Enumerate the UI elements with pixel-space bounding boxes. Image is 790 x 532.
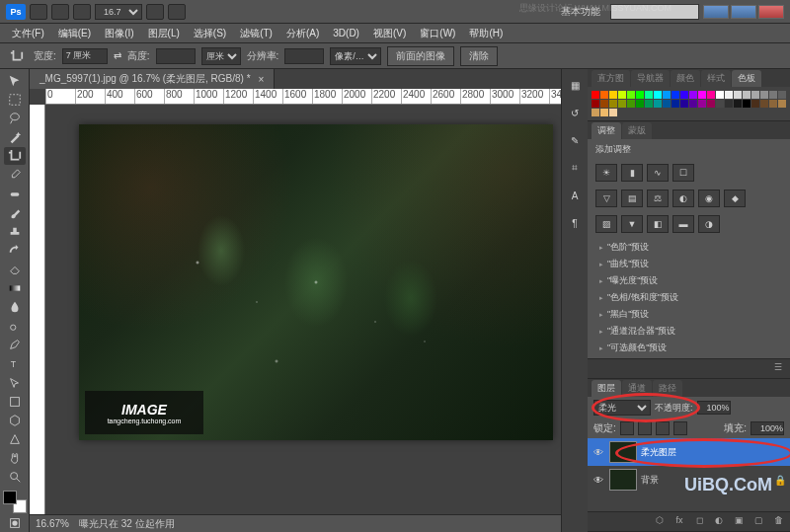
close-tab-icon[interactable]: × [259,74,265,85]
3d-tool[interactable] [4,412,26,429]
swatch[interactable] [654,91,662,99]
swatch[interactable] [760,91,768,99]
path-tool[interactable] [4,374,26,392]
swatch[interactable] [609,109,617,116]
layer-thumbnail[interactable] [609,441,637,463]
swatch[interactable] [618,91,626,99]
swatch[interactable] [592,109,599,116]
menu-analysis[interactable]: 分析(A) [280,25,325,42]
adjustments-menu-icon[interactable]: ☰ [770,362,786,376]
width-input[interactable] [62,48,108,64]
group-icon[interactable]: ▣ [731,515,747,529]
swatch[interactable] [778,91,786,99]
opacity-input[interactable] [697,401,731,415]
menu-image[interactable]: 图像(I) [99,25,139,42]
curves-icon[interactable]: ∿ [647,164,669,182]
height-unit-select[interactable]: 厘米 [201,47,241,65]
heal-tool[interactable] [4,186,26,203]
window-maximize-button[interactable] [731,5,756,19]
swatch[interactable] [680,91,688,99]
hue-icon[interactable]: ▤ [621,190,643,207]
invert-icon[interactable]: ▨ [595,215,617,233]
window-close-button[interactable] [758,5,784,19]
preset-levels[interactable]: "色阶"预设 [593,239,784,256]
shape-tool[interactable] [4,393,26,411]
layer-name[interactable]: 柔光图层 [641,446,786,459]
swatch[interactable] [609,100,617,108]
swatch[interactable] [592,91,599,99]
character-panel-icon[interactable]: A [565,186,585,205]
swatches-panel-icon[interactable]: ▦ [565,75,585,95]
wand-tool[interactable] [4,128,26,146]
layer-row[interactable]: 👁 柔光图层 [588,438,790,466]
minibridge-button[interactable] [51,4,69,20]
brush-panel-icon[interactable]: ✎ [565,130,585,150]
visibility-icon[interactable]: 👁 [592,445,605,459]
swatch[interactable] [716,100,724,108]
tab-color[interactable]: 颜色 [671,70,700,87]
swatch[interactable] [778,100,786,108]
quickmask-tool[interactable] [4,514,26,532]
history-panel-icon[interactable]: ↺ [565,103,585,122]
hand-tool[interactable] [4,449,26,467]
document-canvas[interactable]: IMAGE tangcheng.tuchong.com [79,124,553,440]
menu-file[interactable]: 文件(F) [6,25,50,42]
channelmixer-icon[interactable]: ◆ [724,190,746,207]
swatch[interactable] [663,100,671,108]
bw-icon[interactable]: ◐ [672,190,694,207]
clear-button[interactable]: 清除 [460,46,498,66]
preset-selective[interactable]: "可选颜色"预设 [593,340,784,356]
swatch[interactable] [672,91,679,99]
colorbalance-icon[interactable]: ⚖ [647,190,669,207]
swatch[interactable] [743,91,750,99]
swatch[interactable] [600,109,608,116]
marquee-tool[interactable] [4,91,26,109]
tab-navigator[interactable]: 导航器 [631,70,670,87]
tab-styles[interactable]: 样式 [701,70,731,87]
layer-style-icon[interactable]: fx [672,515,687,529]
adjustment-layer-icon[interactable]: ◐ [711,515,727,529]
preset-bw[interactable]: "黑白"预设 [593,306,784,323]
gradient-tool[interactable] [4,279,26,297]
swatch[interactable] [760,100,768,108]
new-layer-icon[interactable]: ▢ [750,515,766,529]
swatch[interactable] [645,100,653,108]
swatch[interactable] [707,100,715,108]
preset-curves[interactable]: "曲线"预设 [593,256,784,272]
document-tab[interactable]: _MG_5997(1).jpg @ 16.7% (柔光图层, RGB/8) * … [30,69,275,89]
lock-all-icon[interactable] [673,421,687,435]
status-zoom[interactable]: 16.67% [36,518,69,529]
menu-3d[interactable]: 3D(D) [327,26,365,40]
height-input[interactable] [156,48,196,64]
threshold-icon[interactable]: ◧ [647,215,669,233]
tab-histogram[interactable]: 直方图 [592,70,630,87]
preset-exposure[interactable]: "曝光度"预设 [593,272,784,289]
swatch[interactable] [636,91,644,99]
selective-icon[interactable]: ◑ [698,215,720,233]
camera-tool[interactable] [4,430,26,448]
type-tool[interactable]: T [4,354,26,372]
swatch[interactable] [618,100,626,108]
lock-position-icon[interactable] [656,421,670,435]
swatch[interactable] [689,91,697,99]
tab-adjustments[interactable]: 调整 [592,122,621,139]
swatch[interactable] [636,100,644,108]
visibility-icon[interactable]: 👁 [592,473,605,487]
swatch[interactable] [698,91,706,99]
lock-pixels-icon[interactable] [638,421,652,435]
gradientmap-icon[interactable]: ▬ [672,215,694,233]
move-tool[interactable] [4,72,26,90]
swatch[interactable] [734,91,742,99]
swatch[interactable] [725,100,733,108]
front-image-button[interactable]: 前面的图像 [387,46,454,66]
exposure-icon[interactable]: ☐ [672,164,694,182]
levels-icon[interactable]: ▮ [621,164,643,182]
zoom-tool[interactable] [4,468,26,486]
menu-layer[interactable]: 图层(L) [142,25,186,42]
brush-tool[interactable] [4,204,26,222]
swatch[interactable] [609,91,617,99]
swatch[interactable] [663,91,671,99]
swatch[interactable] [725,91,733,99]
menu-edit[interactable]: 编辑(E) [52,25,97,42]
swatch[interactable] [645,91,653,99]
